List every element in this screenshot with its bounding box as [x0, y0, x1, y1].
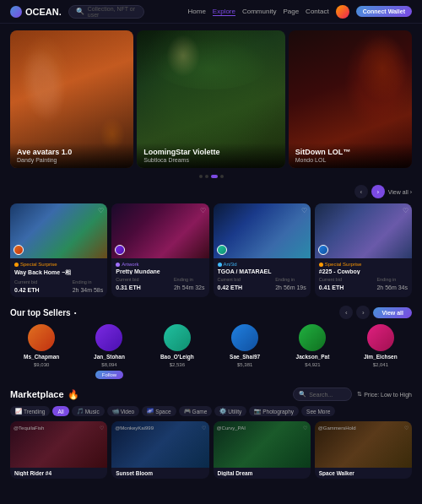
- seller-amount-4: $5,381: [237, 362, 252, 367]
- nft-next-button[interactable]: ›: [371, 185, 385, 198]
- filter-tabs: 📈 Trending All 🎵 Music 📹 Video 🌌 Space 🎮…: [10, 406, 412, 416]
- mp-img-4: @GammersHold ♡: [315, 421, 412, 468]
- filter-tab-space[interactable]: 🌌 Space: [142, 406, 176, 416]
- seller-avatar-4: [231, 324, 258, 351]
- mp-title-1: Night Rider #4: [14, 470, 103, 476]
- mp-footer-2: Sunset Bloom: [111, 468, 208, 479]
- dot-1[interactable]: [199, 175, 203, 178]
- sellers-prev-button[interactable]: ‹: [339, 306, 353, 319]
- hero-card-3[interactable]: SitDown LOL™ Mondo LOL: [289, 30, 412, 168]
- nft-prev-button[interactable]: ‹: [354, 185, 368, 198]
- hero-title-3: SitDown LOL™: [295, 148, 405, 157]
- nav-contact[interactable]: Contact: [306, 8, 329, 15]
- sellers-view-all-button[interactable]: View all: [373, 307, 412, 318]
- nft-bg-art-1: [10, 203, 107, 258]
- filter-tab-photography[interactable]: 📷 Photography: [249, 406, 299, 416]
- marketplace-search[interactable]: 🔍 Search...: [293, 387, 352, 401]
- nft-creator-avatar-4: [318, 245, 328, 255]
- mp-heart-2[interactable]: ♡: [202, 425, 206, 431]
- nft-card-footer-1: Special Surprise Way Back Home ~相 Curren…: [10, 258, 107, 297]
- nft-name-1: Way Back Home ~相: [14, 268, 103, 277]
- hero-overlay-2: LoomingStar Violette Subtloca Dreams: [137, 143, 285, 168]
- mp-heart-1[interactable]: ♡: [100, 425, 104, 431]
- sellers-nav: ‹ › View all: [339, 306, 412, 319]
- nav-explore[interactable]: Explore: [213, 8, 235, 16]
- seller-avatar-3: [164, 324, 191, 351]
- utility-icon: ⚙️: [219, 408, 226, 415]
- logo: OCEAN.: [10, 6, 62, 18]
- mp-card-4[interactable]: @GammersHold ♡ Space Walker: [315, 421, 412, 479]
- sellers-header: Our top Sellers • ‹ › View all: [10, 306, 412, 319]
- nft-img-1: ♡: [10, 203, 107, 258]
- follow-button-2[interactable]: Follow: [95, 371, 123, 379]
- hero-section: Ave avatars 1.0 Dandy Painting LoomingSt…: [0, 24, 422, 171]
- seller-amount-3: $2,536: [170, 362, 185, 367]
- filter-tab-utility[interactable]: ⚙️ Utility: [214, 406, 246, 416]
- nft-card-2[interactable]: ♡ Artwork Pretty Mundane Current bid 0.3…: [111, 203, 208, 297]
- sellers-dot: •: [74, 309, 77, 317]
- mp-card-header-1: @TequilaFish ♡: [14, 425, 104, 431]
- seller-amount-6: $2,041: [373, 362, 388, 367]
- hero-card-2[interactable]: LoomingStar Violette Subtloca Dreams: [137, 30, 285, 168]
- nft-bid-1: Current bid 0.42 ETH: [14, 279, 40, 294]
- filter-tab-music[interactable]: 🎵 Music: [72, 406, 105, 416]
- filter-tab-trending[interactable]: 📈 Trending: [10, 406, 50, 416]
- mp-card-1[interactable]: @TequilaFish ♡ Night Rider #4: [10, 421, 107, 479]
- badge-dot-3: [218, 263, 222, 267]
- hero-overlay-1: Ave avatars 1.0 Dandy Painting: [10, 143, 133, 168]
- dot-4[interactable]: [220, 175, 224, 178]
- nav-home[interactable]: Home: [188, 8, 206, 15]
- dot-3[interactable]: [211, 175, 218, 178]
- like-icon-4[interactable]: ♡: [403, 207, 408, 214]
- filter-tab-all[interactable]: All: [52, 406, 68, 416]
- mp-footer-3: Digital Dream: [214, 468, 311, 479]
- filter-tab-more[interactable]: See More: [301, 406, 335, 416]
- nft-bid-3: Current bid 0.42 ETH: [218, 277, 243, 291]
- marketplace-filter[interactable]: ⇅ Price: Low to High: [357, 391, 412, 398]
- connect-wallet-button[interactable]: Connect Wallet: [356, 6, 412, 17]
- hero-dots: [0, 171, 422, 182]
- seller-name-6: Jim_Eichsen: [364, 354, 398, 360]
- mp-heart-4[interactable]: ♡: [404, 425, 408, 431]
- mp-card-3[interactable]: @Curvy_PAI ♡ Digital Dream: [214, 421, 311, 479]
- like-icon-1[interactable]: ♡: [98, 207, 104, 214]
- like-icon-3[interactable]: ♡: [301, 207, 307, 214]
- nft-card-1[interactable]: ♡ Special Surprise Way Back Home ~相 Curr…: [10, 203, 107, 297]
- nft-ending-4: Ending in 2h 56m 34s: [376, 277, 408, 291]
- nft-bid-4: Current bid 0.41 ETH: [319, 277, 344, 291]
- nft-cards-row: ♡ Special Surprise Way Back Home ~相 Curr…: [10, 203, 412, 297]
- nft-card-4[interactable]: ♡ Special Surprise #225 - Cowboy Current…: [315, 203, 412, 297]
- mp-card-header-3: @Curvy_PAI ♡: [217, 425, 307, 431]
- seller-card-6: Jim_Eichsen $2,041: [349, 324, 412, 379]
- marketplace-cards: @TequilaFish ♡ Night Rider #4 @MonkeyKai…: [10, 421, 412, 479]
- sellers-next-button[interactable]: ›: [356, 306, 370, 319]
- mp-heart-3[interactable]: ♡: [303, 425, 307, 431]
- avatar[interactable]: [336, 5, 349, 19]
- nav-page[interactable]: Page: [283, 8, 299, 15]
- nft-section-header: ‹ › View all ›: [10, 185, 412, 198]
- seller-name-3: Bao_O'Leigh: [160, 354, 194, 360]
- mp-card-header-2: @MonkeyKai999 ♡: [115, 425, 205, 431]
- filter-tab-video[interactable]: 📹 Video: [107, 406, 140, 416]
- nft-ending-1: Ending in 2h 34m 58s: [73, 279, 104, 294]
- nft-card-3[interactable]: ♡ Art/3d TGOA / MATARAEL Current bid 0.4…: [214, 203, 311, 297]
- nft-bg-art-2: [111, 203, 208, 258]
- nft-price-row-1: Current bid 0.42 ETH Ending in 2h 34m 58…: [14, 279, 103, 294]
- nft-img-4: ♡: [315, 203, 412, 258]
- seller-card-2: Jan_Stohan $8,094 Follow: [78, 324, 140, 379]
- search-bar[interactable]: 🔍 Collection, NFT or user: [68, 5, 144, 19]
- nft-card-footer-3: Art/3d TGOA / MATARAEL Current bid 0.42 …: [214, 258, 311, 295]
- mp-card-2[interactable]: @MonkeyKai999 ♡ Sunset Bloom: [111, 421, 208, 479]
- mp-img-3: @Curvy_PAI ♡: [214, 421, 311, 468]
- like-icon-2[interactable]: ♡: [200, 207, 206, 214]
- hero-glow-2: [166, 35, 200, 77]
- nft-view-all[interactable]: View all ›: [388, 189, 412, 195]
- video-icon: 📹: [112, 408, 119, 415]
- nav-community[interactable]: Community: [242, 8, 276, 15]
- dot-2[interactable]: [205, 175, 208, 178]
- hero-card-1[interactable]: Ave avatars 1.0 Dandy Painting: [10, 30, 133, 168]
- sellers-title-wrap: Our top Sellers •: [10, 308, 77, 317]
- nft-card-footer-4: Special Surprise #225 - Cowboy Current b…: [315, 258, 412, 295]
- seller-card-1: Ms_Chapman $9,030: [10, 324, 73, 379]
- filter-tab-game[interactable]: 🎮 Game: [179, 406, 213, 416]
